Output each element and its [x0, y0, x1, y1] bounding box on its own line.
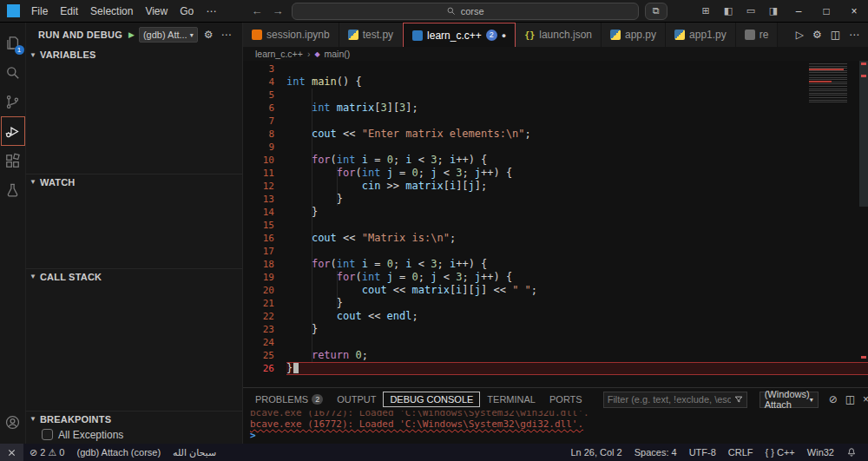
line-number[interactable]: 15: [243, 219, 286, 232]
code-line[interactable]: 25 return 0;: [243, 349, 868, 362]
breakpoint-item[interactable]: All Exceptions: [26, 427, 242, 444]
activity-search-icon[interactable]: [1, 57, 25, 87]
line-number[interactable]: 14: [243, 206, 286, 219]
tab-test-py[interactable]: test.py: [339, 23, 403, 47]
line-number[interactable]: 18: [243, 258, 286, 271]
panel-layout-icon[interactable]: ◫: [845, 393, 855, 405]
editor-scrollbar[interactable]: [859, 61, 868, 207]
console-filter-input[interactable]: [608, 394, 731, 405]
breadcrumb-symbol[interactable]: main(): [325, 49, 351, 59]
code-line[interactable]: 15: [243, 219, 868, 232]
code-line[interactable]: 17: [243, 245, 868, 258]
tab-launch-json[interactable]: {}launch.json: [516, 23, 602, 47]
code-line[interactable]: 23 }: [243, 323, 868, 336]
section-header-variables[interactable]: ▼VARIABLES: [26, 47, 242, 63]
line-number[interactable]: 9: [243, 141, 286, 154]
status-encoding[interactable]: UTF-8: [683, 444, 722, 461]
code-line[interactable]: 22 cout << endl;: [243, 310, 868, 323]
console-input-prompt[interactable]: >: [250, 430, 868, 441]
start-debugging-icon[interactable]: ▶: [128, 30, 135, 39]
line-number[interactable]: 10: [243, 154, 286, 167]
panel-tab-problems[interactable]: PROBLEMS2: [248, 392, 330, 407]
line-number[interactable]: 6: [243, 102, 286, 115]
debug-console-output[interactable]: bcave.exe (16772): Loaded 'C:\Windows\Sy…: [243, 411, 868, 444]
line-number[interactable]: 7: [243, 115, 286, 128]
line-number[interactable]: 16: [243, 232, 286, 245]
maximize-button[interactable]: □: [812, 0, 840, 23]
status-debug-status[interactable]: (gdb) Attach (corse): [70, 444, 167, 461]
status-custom-extension-text[interactable]: سبحان الله: [167, 444, 222, 461]
run-settings-icon[interactable]: ⚙: [812, 29, 822, 41]
status-platform[interactable]: Win32: [801, 444, 840, 461]
line-number[interactable]: 24: [243, 336, 286, 349]
code-line[interactable]: 10 for(int i = 0; i < 3; i++) {: [243, 154, 868, 167]
panel-close-icon[interactable]: ×: [863, 393, 868, 405]
line-number[interactable]: 19: [243, 271, 286, 284]
line-number[interactable]: 25: [243, 349, 286, 362]
panel-tab-terminal[interactable]: TERMINAL: [480, 392, 542, 407]
status-cursor-position[interactable]: Ln 26, Col 2: [564, 444, 628, 461]
code-line[interactable]: 8 cout << "Enter matrix elements:\n";: [243, 128, 868, 141]
line-number[interactable]: 20: [243, 284, 286, 297]
code-line[interactable]: 5: [243, 89, 868, 102]
customize-layout-icon[interactable]: ⊞: [694, 0, 717, 23]
line-number[interactable]: 12: [243, 180, 286, 193]
code-line[interactable]: 14 }: [243, 206, 868, 219]
line-number[interactable]: 8: [243, 128, 286, 141]
menu-item-go[interactable]: Go: [174, 5, 200, 17]
line-number[interactable]: 17: [243, 245, 286, 258]
code-editor[interactable]: 34int main() {56 int matrix[3][3];78 cou…: [243, 61, 868, 387]
debug-console-target-dropdown[interactable]: (Windows) Attach ▾: [760, 392, 819, 408]
sidebar-more-actions-icon[interactable]: ⋯: [219, 29, 233, 41]
code-line[interactable]: 24: [243, 336, 868, 349]
line-number[interactable]: 21: [243, 297, 286, 310]
line-number[interactable]: 5: [243, 89, 286, 102]
toggle-panel-icon[interactable]: ▭: [740, 0, 762, 23]
tab-learn-c-c[interactable]: learn_c.c++2●: [403, 23, 516, 47]
activity-explorer-icon[interactable]: 1: [1, 28, 25, 57]
section-header-watch[interactable]: ▼WATCH: [26, 175, 242, 190]
code-line[interactable]: 4int main() {: [243, 76, 868, 89]
status-remote-indicator[interactable]: [0, 444, 23, 461]
copilot-icon[interactable]: ⧉: [645, 3, 667, 20]
status-notifications[interactable]: [840, 444, 863, 461]
debug-settings-gear-icon[interactable]: ⚙: [202, 29, 215, 41]
debug-configuration-dropdown[interactable]: (gdb) Att... ▾: [139, 27, 198, 43]
activity-account-icon[interactable]: [1, 407, 25, 437]
code-line[interactable]: 19 for(int j = 0; j < 3; j++) {: [243, 271, 868, 284]
line-number[interactable]: 3: [243, 63, 286, 76]
minimap[interactable]: [809, 63, 856, 103]
menu-item-selection[interactable]: Selection: [84, 5, 139, 17]
breadcrumb-file[interactable]: learn_c.c++: [255, 49, 303, 59]
activity-extensions-icon[interactable]: [1, 146, 25, 175]
command-center-search[interactable]: corse: [292, 3, 639, 20]
code-line[interactable]: 21 }: [243, 297, 868, 310]
menu-item-edit[interactable]: Edit: [54, 5, 84, 17]
code-line[interactable]: 7: [243, 115, 868, 128]
code-line[interactable]: 9: [243, 141, 868, 154]
history-back-icon[interactable]: ←: [250, 4, 265, 17]
toggle-secondary-sidebar-icon[interactable]: ◨: [762, 0, 785, 23]
code-line[interactable]: 11 for(int j = 0; j < 3; j++) {: [243, 167, 868, 180]
line-number[interactable]: 22: [243, 310, 286, 323]
code-line[interactable]: 26}: [243, 362, 868, 375]
tab-app1-py[interactable]: app1.py: [666, 23, 736, 47]
activity-source-control-icon[interactable]: [1, 87, 25, 116]
close-button[interactable]: ×: [840, 0, 868, 23]
section-header-call-stack[interactable]: ▼CALL STACK: [26, 269, 242, 285]
activity-testing-icon[interactable]: [1, 175, 25, 205]
panel-tab-debug-console[interactable]: DEBUG CONSOLE: [383, 392, 480, 407]
clear-console-icon[interactable]: ⊘: [829, 393, 838, 405]
code-line[interactable]: 13 }: [243, 193, 868, 206]
line-number[interactable]: 26: [243, 362, 286, 375]
menu-item-file[interactable]: File: [25, 5, 54, 17]
section-header-breakpoints[interactable]: ▼BREAKPOINTS: [26, 412, 242, 427]
more-actions-icon[interactable]: ⋯: [849, 29, 859, 41]
code-line[interactable]: 16 cout << "Matrix is:\n";: [243, 232, 868, 245]
tab-re[interactable]: re: [736, 23, 779, 47]
menu-item-more[interactable]: ⋯: [200, 5, 222, 17]
history-forward-icon[interactable]: →: [271, 4, 286, 17]
debug-run-icon[interactable]: ▷: [796, 29, 804, 41]
code-line[interactable]: 3: [243, 63, 868, 76]
tab-session-ipynb[interactable]: session.ipynb: [243, 23, 339, 47]
